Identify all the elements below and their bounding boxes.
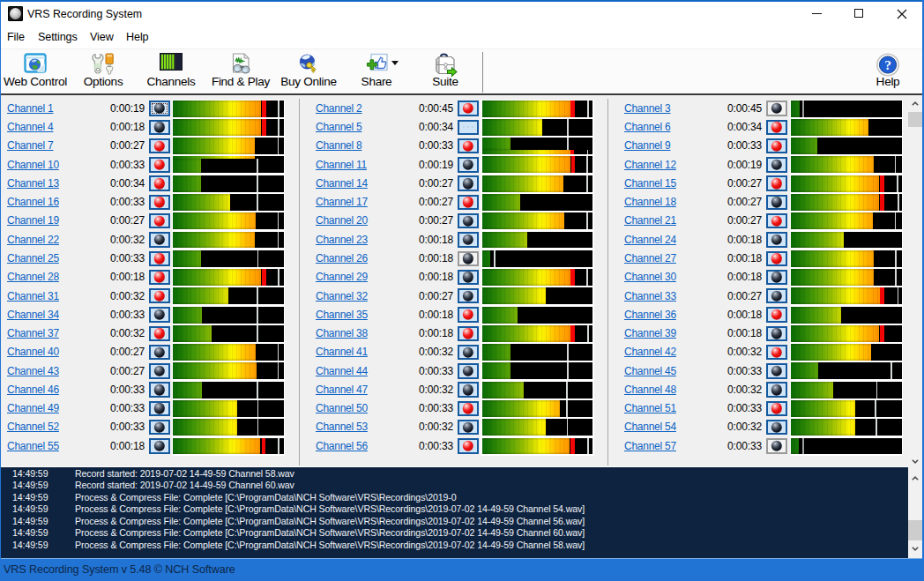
svg-text:?: ? xyxy=(884,57,891,72)
